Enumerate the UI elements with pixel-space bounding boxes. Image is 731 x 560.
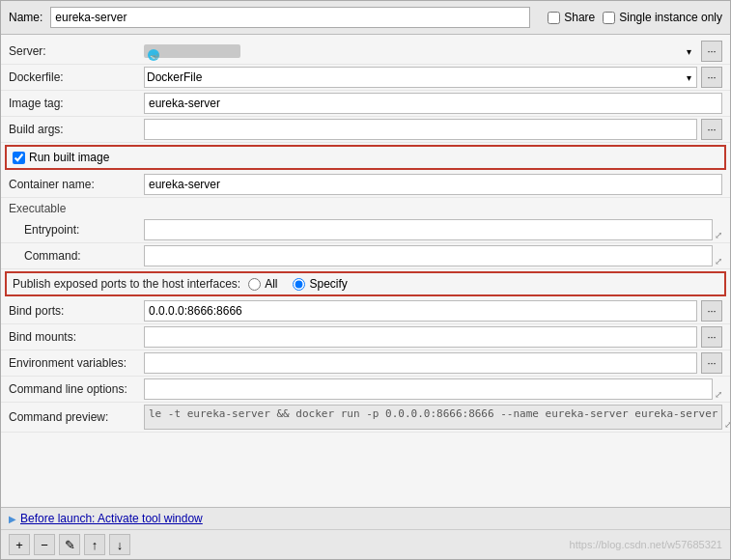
name-label: Name: — [9, 11, 42, 24]
executable-section: Executable — [1, 198, 730, 217]
bind-ports-row: Bind ports: ··· — [1, 298, 730, 324]
server-row: Server: 🐳 ··· — [1, 39, 730, 65]
container-name-input[interactable] — [144, 174, 722, 195]
run-built-image-content: Run built image — [13, 151, 718, 164]
bind-mounts-input[interactable] — [144, 326, 697, 348]
container-name-row: Container name: — [1, 172, 730, 198]
radio-specify-text: Specify — [309, 277, 347, 291]
cmd-line-options-row: Command line options: ⤢ — [1, 377, 730, 403]
toolbar-row: + − ✎ ↑ ↓ https://blog.csdn.net/w5768532… — [1, 529, 730, 559]
server-dots-button[interactable]: ··· — [701, 41, 722, 62]
toolbar-remove-button[interactable]: − — [34, 534, 55, 555]
docker-icon: 🐳 — [146, 47, 161, 63]
dockerfile-label: Dockerfile: — [9, 70, 144, 84]
toolbar-add-button[interactable]: + — [9, 534, 30, 555]
toolbar-down-button[interactable]: ↓ — [109, 534, 130, 555]
dockerfile-row: Dockerfile: DockerFile ··· — [1, 65, 730, 91]
command-expand-icon: ⤢ — [715, 256, 722, 266]
command-label: Command: — [9, 249, 144, 263]
share-checkbox[interactable] — [548, 12, 560, 24]
share-checkbox-group[interactable]: Share — [548, 11, 595, 24]
radio-all-label[interactable]: All — [248, 277, 277, 291]
publish-ports-label: Publish exposed ports to the host interf… — [13, 277, 248, 291]
cmd-line-options-label: Command line options: — [9, 382, 144, 396]
server-content: 🐳 ··· — [144, 41, 722, 62]
build-args-row: Build args: ··· — [1, 117, 730, 143]
bind-ports-dots-button[interactable]: ··· — [701, 300, 722, 322]
bind-mounts-row: Bind mounts: ··· — [1, 324, 730, 350]
before-launch-title: ▶ Before launch: Activate tool window — [9, 512, 203, 525]
build-args-dots-button[interactable]: ··· — [701, 119, 722, 140]
cmd-preview-content: le -t eureka-server && docker run -p 0.0… — [144, 405, 730, 430]
executable-label: Executable — [9, 202, 66, 215]
bind-mounts-label: Bind mounts: — [9, 330, 144, 344]
server-select-wrapper: 🐳 — [144, 44, 697, 58]
env-vars-dots-button[interactable]: ··· — [701, 352, 722, 374]
env-vars-row: Environment variables: ··· — [1, 350, 730, 377]
toolbar-up-button[interactable]: ↑ — [84, 534, 105, 555]
image-tag-input[interactable] — [144, 93, 722, 114]
single-instance-checkbox-group[interactable]: Single instance only — [603, 11, 722, 24]
dockerfile-dots-button[interactable]: ··· — [701, 67, 722, 88]
run-built-image-checkbox-group[interactable]: Run built image — [13, 151, 109, 164]
env-vars-input[interactable] — [144, 352, 697, 374]
build-args-content: ··· — [144, 119, 722, 140]
header-bar: Name: Share Single instance only — [1, 1, 730, 35]
bind-mounts-dots-button[interactable]: ··· — [701, 326, 722, 348]
run-built-image-row: Run built image — [5, 145, 726, 170]
entrypoint-content: ⤢ — [144, 219, 722, 240]
single-instance-checkbox[interactable] — [603, 12, 615, 24]
container-name-label: Container name: — [9, 178, 144, 191]
command-input[interactable] — [144, 245, 713, 266]
dockerfile-select[interactable]: DockerFile — [144, 67, 697, 88]
header-right: Share Single instance only — [548, 11, 722, 24]
cmd-preview-text: le -t eureka-server && docker run -p 0.0… — [144, 405, 722, 430]
bind-ports-input[interactable] — [144, 300, 697, 322]
radio-all-text: All — [265, 277, 277, 291]
command-content: ⤢ — [144, 245, 722, 266]
publish-radio-group: All Specify — [248, 277, 348, 291]
before-launch-bar: ▶ Before launch: Activate tool window — [1, 507, 730, 529]
entrypoint-input[interactable] — [144, 219, 713, 240]
before-launch-label: Before launch: Activate tool window — [20, 512, 203, 525]
entrypoint-expand-icon: ⤢ — [715, 230, 722, 240]
radio-all[interactable] — [248, 278, 261, 291]
single-instance-label: Single instance only — [619, 11, 722, 24]
dockerfile-select-wrapper: DockerFile — [144, 67, 697, 88]
radio-specify[interactable] — [293, 278, 305, 291]
radio-specify-label[interactable]: Specify — [293, 277, 347, 291]
cmd-line-options-content: ⤢ — [144, 378, 722, 400]
run-built-image-checkbox[interactable] — [13, 152, 25, 164]
entrypoint-label: Entrypoint: — [9, 223, 144, 237]
run-built-image-label: Run built image — [29, 151, 109, 164]
bind-ports-content: ··· — [144, 300, 722, 322]
command-row: Command: ⤢ — [1, 243, 730, 269]
env-vars-content: ··· — [144, 352, 722, 374]
bind-mounts-content: ··· — [144, 326, 722, 348]
dockerfile-content: DockerFile ··· — [144, 67, 722, 88]
watermark-text: https://blog.csdn.net/w57685321 — [570, 539, 722, 550]
name-input[interactable] — [50, 7, 530, 28]
share-label: Share — [564, 11, 595, 24]
cmd-preview-expand-icon: ⤢ — [724, 419, 730, 430]
image-tag-content — [144, 93, 722, 114]
container-name-content — [144, 174, 722, 195]
build-args-label: Build args: — [9, 123, 144, 136]
publish-ports-row: Publish exposed ports to the host interf… — [5, 271, 726, 296]
cmd-line-expand-icon: ⤢ — [715, 389, 722, 400]
dialog-container: Name: Share Single instance only Server: — [0, 0, 731, 560]
image-tag-label: Image tag: — [9, 97, 144, 110]
triangle-icon: ▶ — [9, 514, 16, 524]
build-args-input[interactable] — [144, 119, 697, 140]
svg-text:🐳: 🐳 — [150, 51, 159, 61]
cmd-line-options-input[interactable] — [144, 378, 713, 400]
bind-ports-label: Bind ports: — [9, 304, 144, 318]
cmd-preview-row: Command preview: le -t eureka-server && … — [1, 403, 730, 433]
toolbar-edit-button[interactable]: ✎ — [59, 534, 80, 555]
entrypoint-row: Entrypoint: ⤢ — [1, 217, 730, 243]
cmd-preview-label: Command preview: — [9, 410, 144, 424]
form-body: Server: 🐳 ··· Dockerfile: Doc — [1, 35, 730, 507]
env-vars-label: Environment variables: — [9, 356, 144, 370]
image-tag-row: Image tag: — [1, 91, 730, 117]
server-label: Server: — [9, 44, 144, 58]
